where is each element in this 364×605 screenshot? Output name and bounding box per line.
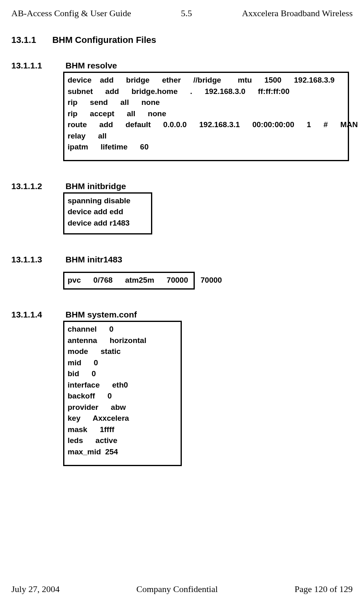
- subsection-title: BHM system.conf: [66, 310, 137, 319]
- subsection-heading: 13.1.1.3 BHM initr1483: [11, 255, 353, 264]
- subsection-title: BHM initbridge: [66, 181, 126, 191]
- code-block-systemconf: channel 0 antenna horizontal mode static…: [63, 321, 182, 466]
- code-block-initbridge: spanning disable device add edd device a…: [63, 192, 152, 235]
- subsection-systemconf: 13.1.1.4 BHM system.conf channel 0 anten…: [11, 310, 353, 466]
- section-number: 13.1.1: [11, 35, 50, 45]
- page-header: AB-Access Config & User Guide 5.5 Axxcel…: [11, 8, 353, 19]
- header-center: 5.5: [181, 8, 192, 19]
- header-left: AB-Access Config & User Guide: [11, 8, 131, 19]
- subsection-heading: 13.1.1.4 BHM system.conf: [11, 310, 353, 320]
- page-footer: July 27, 2004 Company Confidential Page …: [0, 584, 364, 594]
- section-heading: 13.1.1 BHM Configuration Files: [11, 35, 353, 45]
- code-block-resolve: device add bridge ether //bridge mtu 150…: [63, 72, 349, 161]
- footer-date: July 27, 2004: [11, 584, 60, 594]
- subsection-number: 13.1.1.4: [11, 310, 63, 320]
- subsection-initbridge: 13.1.1.2 BHM initbridge spanning disable…: [11, 181, 353, 235]
- section-title: BHM Configuration Files: [52, 35, 156, 45]
- footer-confidential: Company Confidential: [136, 584, 218, 594]
- subsection-heading: 13.1.1.2 BHM initbridge: [11, 181, 353, 191]
- footer-page: Page 120 of 129: [294, 584, 353, 594]
- subsection-initr1483: 13.1.1.3 BHM initr1483 pvc 0/768 atm25m …: [11, 255, 353, 290]
- subsection-resolve: 13.1.1.1 BHM resolve device add bridge e…: [11, 61, 353, 161]
- code-block-initr1483: pvc 0/768 atm25m 70000 70000: [63, 272, 195, 290]
- subsection-number: 13.1.1.1: [11, 61, 63, 70]
- subsection-heading: 13.1.1.1 BHM resolve: [11, 61, 353, 70]
- subsection-title: BHM initr1483: [66, 255, 122, 264]
- subsection-title: BHM resolve: [66, 61, 117, 70]
- header-right: Axxcelera Broadband Wireless: [242, 8, 353, 19]
- subsection-number: 13.1.1.2: [11, 181, 63, 191]
- subsection-number: 13.1.1.3: [11, 255, 63, 264]
